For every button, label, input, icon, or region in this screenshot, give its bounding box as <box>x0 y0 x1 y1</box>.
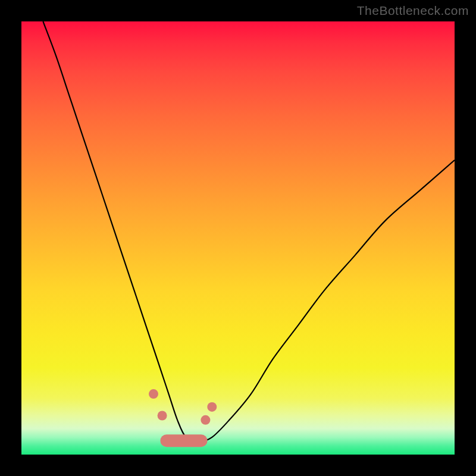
valley-marker-0 <box>149 389 158 399</box>
valley-markers <box>21 21 455 455</box>
plot-area <box>21 21 455 455</box>
valley-marker-3 <box>207 402 217 412</box>
chart-frame: TheBottleneck.com <box>0 0 476 476</box>
watermark-text: TheBottleneck.com <box>357 4 469 18</box>
valley-marker-1 <box>158 411 167 421</box>
valley-marker-2 <box>201 415 210 425</box>
